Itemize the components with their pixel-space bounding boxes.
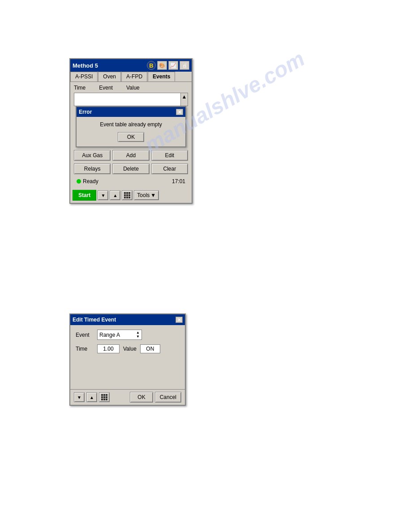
edit-titlebar: Edit Timed Event ✕: [70, 314, 185, 325]
bottom-toolbar: Start ▼ ▲ Tools ▼: [70, 189, 192, 203]
grid-button[interactable]: [122, 190, 133, 200]
add-button[interactable]: Add: [112, 150, 149, 161]
col-event: Event: [99, 85, 113, 91]
edit-grid-button[interactable]: [99, 392, 110, 402]
relays-button[interactable]: Relays: [74, 163, 111, 174]
status-dot: [77, 179, 81, 184]
tab-events[interactable]: Events: [148, 72, 175, 82]
col-value: Value: [126, 85, 140, 91]
tab-oven[interactable]: Oven: [98, 72, 121, 82]
delete-button[interactable]: Delete: [112, 163, 149, 174]
start-button[interactable]: Start: [73, 190, 96, 201]
edit-dialog: Edit Timed Event ✕ Event Range A ▲ ▼ Tim…: [69, 313, 186, 406]
event-label: Event: [76, 332, 94, 338]
titlebar-icons: B 🎨 📈 🖨: [147, 61, 189, 70]
clear-button[interactable]: Clear: [151, 163, 188, 174]
edit-button[interactable]: Edit: [151, 150, 188, 161]
time-label: Time: [76, 346, 94, 352]
tab-afpd[interactable]: A-FPD: [121, 72, 147, 82]
tab-apssi[interactable]: A-PSSI: [70, 72, 98, 82]
error-body: Event table already empty OK: [77, 117, 185, 146]
edit-up-button[interactable]: ▲: [86, 392, 97, 402]
method-titlebar: Method 5 B 🎨 📈 🖨: [70, 59, 192, 72]
dropdown-up-button[interactable]: ▲: [110, 190, 120, 200]
events-scrollbar[interactable]: ▲: [180, 93, 188, 106]
error-titlebar: Error ✕: [77, 107, 185, 117]
edit-content: Event Range A ▲ ▼ Time Value: [70, 325, 185, 389]
error-ok-button[interactable]: OK: [118, 132, 144, 142]
edit-close-button[interactable]: ✕: [176, 317, 183, 323]
grid-icon: [124, 192, 130, 198]
edit-down-button[interactable]: ▼: [74, 392, 85, 402]
event-select[interactable]: Range A ▲ ▼: [97, 330, 142, 340]
printer-icon[interactable]: 🖨: [180, 61, 189, 70]
select-arrow: ▲ ▼: [136, 331, 140, 339]
error-title: Error: [79, 109, 92, 115]
edit-grid-icon: [101, 394, 107, 400]
btn-row-1: Aux Gas Add Edit: [74, 150, 188, 161]
method-content: Time Event Value ▲ Error ✕ Event table a…: [70, 82, 192, 189]
tools-arrow: ▼: [150, 192, 156, 198]
events-table[interactable]: ▲: [74, 93, 188, 106]
error-close-button[interactable]: ✕: [176, 109, 183, 115]
value-input[interactable]: [140, 344, 160, 353]
tools-label: Tools: [137, 192, 150, 198]
status-label: Ready: [83, 178, 98, 184]
edit-ok-button[interactable]: OK: [130, 392, 153, 403]
aux-gas-button[interactable]: Aux Gas: [74, 150, 111, 161]
status-ready: Ready: [77, 178, 98, 184]
edit-bottom-toolbar: ▼ ▲ OK Cancel: [70, 389, 185, 405]
method-tabs: A-PSSI Oven A-FPD Events: [70, 72, 192, 82]
dropdown-down-button[interactable]: ▼: [98, 190, 108, 200]
event-select-value: Range A: [99, 332, 120, 338]
chart-icon[interactable]: 📈: [168, 61, 178, 70]
time-value-row: Time Value: [76, 344, 180, 353]
status-bar: Ready 17:01: [74, 177, 188, 186]
edit-cancel-button[interactable]: Cancel: [155, 392, 181, 403]
method-title: Method 5: [73, 62, 98, 69]
error-dialog: Error ✕ Event table already empty OK: [76, 106, 186, 147]
error-message: Event table already empty: [81, 121, 181, 128]
value-label: Value: [123, 346, 137, 352]
icon-b[interactable]: B: [147, 61, 156, 70]
edit-dialog-title: Edit Timed Event: [73, 317, 116, 323]
status-time: 17:01: [172, 178, 185, 184]
palette-icon[interactable]: 🎨: [157, 61, 167, 70]
tools-button[interactable]: Tools ▼: [134, 190, 159, 200]
event-row: Event Range A ▲ ▼: [76, 330, 180, 340]
col-time: Time: [74, 85, 86, 91]
btn-row-2: Relays Delete Clear: [74, 163, 188, 174]
events-header: Time Event Value: [74, 85, 188, 91]
time-input[interactable]: [97, 344, 120, 353]
edit-spacer: [76, 358, 180, 385]
method-dialog: Method 5 B 🎨 📈 🖨 A-PSSI Oven A-FPD Event…: [69, 58, 193, 204]
